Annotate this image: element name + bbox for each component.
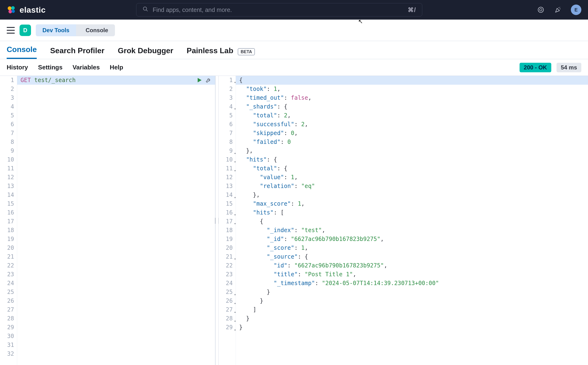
global-search[interactable]: Find apps, content, and more. ⌘/ bbox=[136, 3, 422, 16]
celebrate-icon[interactable] bbox=[554, 6, 562, 14]
search-icon bbox=[143, 6, 148, 13]
svg-line-5 bbox=[146, 10, 148, 11]
svg-point-4 bbox=[143, 7, 147, 10]
tab-bar: Console Search Profiler Grok Debugger Pa… bbox=[0, 41, 588, 59]
breadcrumb: Dev Tools Console bbox=[36, 24, 115, 36]
console-toolbar: History Settings Variables Help 200 - OK… bbox=[0, 59, 588, 76]
user-avatar[interactable]: E bbox=[571, 5, 581, 15]
history-link[interactable]: History bbox=[7, 64, 28, 71]
crumb-console[interactable]: Console bbox=[76, 24, 115, 36]
newsfeed-icon[interactable] bbox=[537, 6, 545, 14]
settings-link[interactable]: Settings bbox=[38, 64, 63, 71]
breadcrumb-bar: D Dev Tools Console bbox=[0, 20, 588, 41]
search-shortcut: ⌘/ bbox=[408, 7, 416, 13]
request-editor[interactable]: GET test/_search bbox=[17, 76, 215, 365]
editor-panes: 1234567891011121314151617181920212223242… bbox=[0, 76, 588, 365]
svg-point-3 bbox=[12, 10, 15, 13]
pane-splitter[interactable]: || bbox=[215, 76, 219, 365]
svg-point-1 bbox=[11, 6, 15, 10]
svg-point-0 bbox=[8, 7, 11, 10]
brand-word: elastic bbox=[20, 5, 46, 14]
tab-painless-lab[interactable]: Painless Lab BETA bbox=[187, 42, 255, 59]
tab-grok-debugger[interactable]: Grok Debugger bbox=[118, 42, 173, 59]
request-actions bbox=[196, 77, 212, 86]
wrench-icon[interactable] bbox=[205, 77, 212, 86]
app-chip[interactable]: D bbox=[20, 25, 31, 36]
tab-painless-label: Painless Lab bbox=[187, 46, 233, 55]
status-badge: 200 - OK bbox=[519, 63, 551, 72]
brand[interactable]: elastic bbox=[7, 5, 46, 14]
beta-badge: BETA bbox=[238, 48, 255, 55]
crumb-devtools[interactable]: Dev Tools bbox=[36, 24, 76, 36]
request-pane: 1234567891011121314151617181920212223242… bbox=[0, 76, 215, 365]
variables-link[interactable]: Variables bbox=[72, 64, 100, 71]
run-icon[interactable] bbox=[196, 77, 203, 86]
svg-point-6 bbox=[538, 7, 544, 13]
response-viewer[interactable]: { "took": 1, "timed_out": false, "_shard… bbox=[236, 76, 588, 365]
response-gutter: 1▾234▾56789▴10▾11▾121314▴1516▾17▾1819202… bbox=[219, 76, 236, 365]
tab-search-profiler[interactable]: Search Profiler bbox=[50, 42, 104, 59]
timing-badge: 54 ms bbox=[557, 63, 581, 72]
help-link[interactable]: Help bbox=[110, 64, 123, 71]
nav-toggle-icon[interactable] bbox=[7, 27, 15, 34]
response-pane: 1▾234▾56789▴10▾11▾121314▴1516▾17▾1819202… bbox=[219, 76, 588, 365]
svg-point-2 bbox=[9, 10, 12, 13]
top-bar: elastic Find apps, content, and more. ⌘/… bbox=[0, 0, 588, 20]
svg-point-7 bbox=[540, 9, 542, 11]
request-gutter: 1234567891011121314151617181920212223242… bbox=[0, 76, 17, 365]
elastic-logo-icon bbox=[7, 5, 16, 14]
search-placeholder: Find apps, content, and more. bbox=[152, 7, 232, 13]
tab-console[interactable]: Console bbox=[7, 41, 37, 59]
